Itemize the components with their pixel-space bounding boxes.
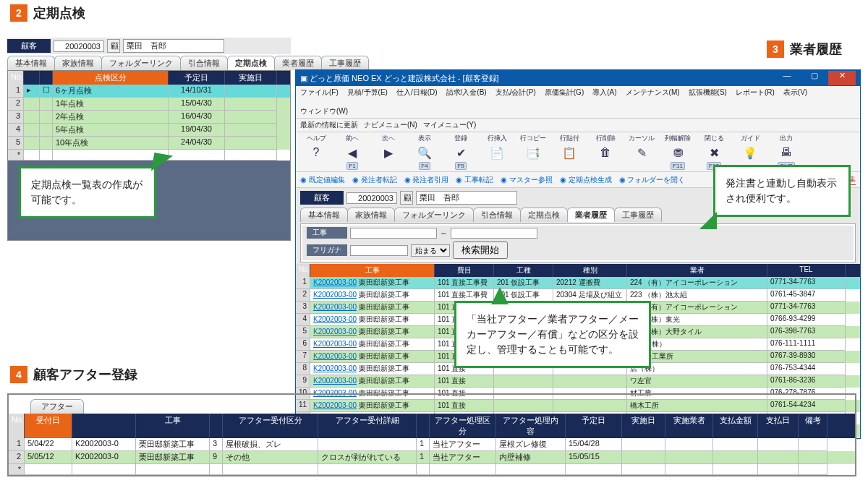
tab-2[interactable]: フォルダーリンク	[101, 56, 181, 70]
table-row[interactable]: 25/05/12K2002003-0栗田邸新築工事9その他クロスが剥がれている1…	[9, 451, 855, 464]
search-furigana-input[interactable]	[350, 245, 408, 256]
table-row[interactable]: 45年点検19/04/30	[8, 124, 290, 137]
col4-shori-naiyo[interactable]: アフター処理内容	[496, 414, 566, 438]
tab-4[interactable]: 定期点検	[520, 208, 568, 222]
tab-5[interactable]: 業者履歴	[274, 56, 322, 70]
toolbar-列幅解除[interactable]: 列幅解除⛃F11	[660, 134, 695, 170]
titlebar[interactable]: ▣ どっと原価 NEO EX どっと建設株式会社 - [顧客登録] — ▢ ✕	[296, 70, 860, 86]
link-工事転記[interactable]: ◉ 工事転記	[456, 175, 493, 185]
カーソル-icon: ✎	[631, 144, 652, 161]
submenu-item[interactable]: マイメニュー(Y)	[423, 120, 476, 130]
menu-item[interactable]: 請求/入金(B)	[446, 87, 487, 98]
menu-item[interactable]: 拡張機能(S)	[689, 87, 727, 98]
tab-3[interactable]: 引合情報	[180, 56, 228, 70]
menu-item[interactable]: 導入(A)	[592, 87, 616, 98]
col4-shiharai[interactable]: 支払日	[758, 414, 799, 438]
col4-yotei[interactable]: 予定日	[566, 414, 622, 438]
tab-1[interactable]: 家族情報	[347, 208, 395, 222]
col-jisshi[interactable]: 実施日	[225, 71, 277, 85]
menu-item[interactable]: ファイル(F)	[300, 87, 339, 98]
toolbar-ヘルプ[interactable]: ヘルプ?	[299, 134, 333, 170]
menu-item[interactable]: 支払/会計(P)	[495, 87, 536, 98]
menu-item[interactable]: 見積/予算(E)	[347, 87, 388, 98]
toolbar-カーソル[interactable]: カーソル✎	[624, 134, 659, 170]
search-start-button[interactable]: 検索開始	[453, 241, 508, 259]
table-row[interactable]: 1▸☐6ヶ月点検14/10/31	[8, 85, 290, 98]
tab-0[interactable]: 基本情報	[7, 56, 55, 70]
close-button[interactable]: ✕	[828, 71, 856, 85]
menu-item[interactable]: ウィンドウ(W)	[300, 106, 348, 116]
col4-shori-kbn[interactable]: アフター処理区分	[430, 414, 496, 438]
tab-0[interactable]: 基本情報	[300, 208, 348, 222]
link-フォルダーを開く[interactable]: ◉ フォルダーを開く	[619, 175, 686, 185]
col4-after-detail[interactable]: アフター受付詳細	[318, 414, 417, 438]
tab-5[interactable]: 業者履歴	[567, 208, 615, 222]
menu-item[interactable]: レポート(R)	[736, 87, 775, 98]
submenu-item[interactable]: ナビメニュー(N)	[364, 120, 417, 130]
link-既定値編集[interactable]: ◉ 既定値編集	[300, 175, 345, 185]
tab-4[interactable]: 定期点検	[227, 56, 275, 70]
table-row[interactable]: 510年点検24/04/30	[8, 137, 290, 150]
table-row[interactable]: 15/04/22K2002003-0栗田邸新築工事3屋根破損、ズレ1当社アフター…	[9, 438, 855, 451]
submenu-item[interactable]: 最新の情報に更新	[300, 120, 358, 130]
col3-gyosha[interactable]: 業者	[627, 264, 767, 277]
menu-item[interactable]: 仕入/日報(D)	[396, 87, 438, 98]
customer-name[interactable]: 栗田 吾郎	[123, 39, 224, 53]
link-マスター参照[interactable]: ◉ マスター参照	[501, 175, 553, 185]
toolbar-行削除[interactable]: 行削除🗑	[588, 134, 623, 170]
minimize-button[interactable]: —	[773, 71, 801, 85]
menu-item[interactable]: 表示(V)	[783, 87, 807, 98]
toolbar-行挿入[interactable]: 行挿入📄	[480, 134, 514, 170]
toolbar-行コピー[interactable]: 行コピー📑	[516, 134, 550, 170]
col3-tel[interactable]: TEL	[767, 264, 846, 277]
col3-koushu[interactable]: 工種	[494, 264, 553, 277]
col-yotei[interactable]: 予定日	[169, 71, 225, 85]
customer-code-2[interactable]: 20020003	[346, 192, 397, 204]
col4-kingaku[interactable]: 支払金額	[713, 414, 758, 438]
col4-after-kbn[interactable]: アフター受付区分	[223, 414, 318, 438]
toolbar-前へ[interactable]: 前へ◀F1	[335, 134, 370, 170]
col-tenken-kbn[interactable]: 点検区分	[53, 71, 169, 85]
col4-gyosha[interactable]: 実施業者	[665, 414, 713, 438]
table-row[interactable]: 32年点検16/04/30	[8, 111, 290, 124]
table-row[interactable]: 21年点検15/04/30	[8, 98, 290, 111]
tab-6[interactable]: 工事履歴	[614, 208, 662, 222]
table-row[interactable]: 2K2002003-00 栗田邸新築工事101 直接工事費201 仮設工事203…	[296, 289, 860, 302]
customer-label: 顧客	[7, 39, 51, 53]
col4-kouji[interactable]: 工事	[136, 414, 210, 438]
col4-uketsuke[interactable]: 受付日	[25, 414, 72, 438]
menu-item[interactable]: メンテナンス(M)	[626, 87, 680, 98]
tab-after[interactable]: アフター	[30, 399, 84, 414]
tab-6[interactable]: 工事履歴	[321, 56, 369, 70]
col4-bikou[interactable]: 備考	[799, 414, 827, 438]
customer-name-2[interactable]: 栗田 吾郎	[416, 191, 517, 205]
table-row[interactable]: 9K2002003-00 栗田邸新築工事101 直接 ワ左官0761-86-32…	[296, 375, 860, 388]
search-match-select[interactable]: 始まる	[411, 244, 450, 257]
toolbar-表示[interactable]: 表示🔍F4	[407, 134, 442, 170]
表示-icon: 🔍	[414, 144, 435, 161]
new-row-star[interactable]: *	[8, 150, 24, 161]
toolbar-登録[interactable]: 登録✔F5	[443, 134, 478, 170]
customer-code[interactable]: 20020003	[54, 40, 104, 52]
link-定期点検生成[interactable]: ◉ 定期点検生成	[560, 175, 612, 185]
col3-himoku[interactable]: 費目	[435, 264, 494, 277]
search-kouji-from[interactable]	[350, 228, 437, 239]
toolbar-次へ[interactable]: 次へ▶	[371, 134, 406, 170]
search-kouji-to[interactable]	[451, 228, 537, 239]
tab-1[interactable]: 家族情報	[54, 56, 102, 70]
col3-shubetsu[interactable]: 種別	[553, 264, 627, 277]
menu-item[interactable]: 原価集計(G)	[545, 87, 584, 98]
customer-mark-2[interactable]: 顧	[400, 191, 413, 205]
col3-kouji[interactable]: 工事	[310, 264, 435, 277]
col4-jisshi[interactable]: 実施日	[622, 414, 665, 438]
tab-2[interactable]: フォルダーリンク	[394, 208, 474, 222]
maximize-button[interactable]: ▢	[801, 71, 828, 85]
tab-3[interactable]: 引合情報	[473, 208, 521, 222]
customer-mark[interactable]: 顧	[107, 39, 120, 53]
table-row[interactable]: 1K2002003-00 栗田邸新築工事101 直接工事費201 仮設工事202…	[296, 277, 860, 289]
link-発注者転記[interactable]: ◉ 発注者転記	[352, 175, 397, 185]
link-発注者引用[interactable]: ◉ 発注者引用	[404, 175, 449, 185]
after-new-row[interactable]: *	[9, 464, 25, 475]
ガイド-icon: 💡	[740, 144, 760, 161]
toolbar-行貼付[interactable]: 行貼付📋	[552, 134, 587, 170]
